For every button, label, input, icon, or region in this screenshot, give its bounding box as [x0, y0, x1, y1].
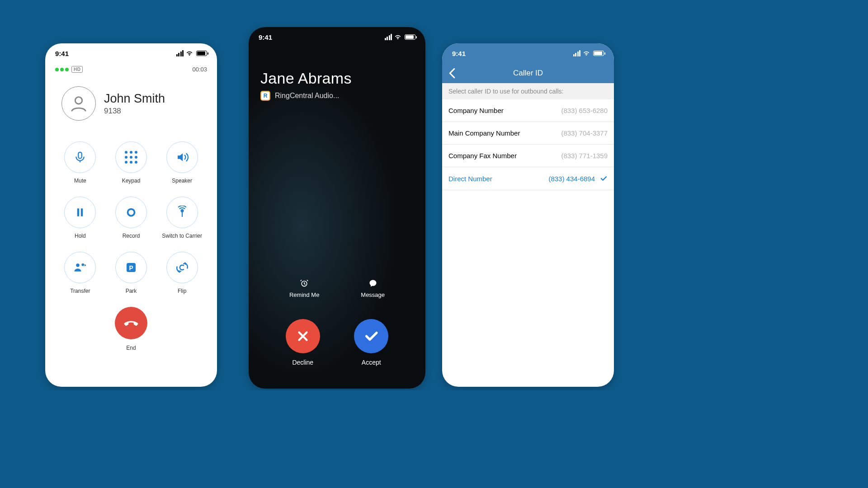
flip-icon — [166, 252, 198, 283]
remind-label: Remind Me — [289, 291, 319, 298]
remind-me-button[interactable]: Remind Me — [289, 279, 319, 298]
ringcentral-icon: R — [260, 91, 270, 101]
page-title: Caller ID — [513, 69, 543, 78]
hold-button[interactable]: Hold — [64, 197, 96, 239]
caller-id-number: (833) 704-3377 — [561, 129, 608, 137]
phone-caller-id: 9:41 Caller ID Select caller ID to use f… — [442, 43, 614, 387]
message-label: Message — [361, 291, 385, 298]
status-time: 9:41 — [259, 33, 272, 41]
park-label: Park — [126, 288, 137, 294]
call-status-row: HD 00:03 — [45, 63, 217, 73]
svg-rect-3 — [81, 208, 83, 216]
wifi-icon — [185, 50, 193, 56]
flip-button[interactable]: Flip — [166, 252, 198, 294]
caller-id-item[interactable]: Main Company Number(833) 704-3377 — [442, 122, 614, 145]
caller-id-number: (833) 434-6894 — [548, 175, 595, 183]
caller-id-item[interactable]: Company Number(833) 653-6280 — [442, 99, 614, 122]
speaker-label: Speaker — [172, 178, 192, 184]
speaker-icon — [166, 141, 198, 173]
pause-icon — [64, 197, 96, 228]
record-button[interactable]: Record — [115, 197, 147, 239]
keypad-button[interactable]: Keypad — [115, 141, 147, 184]
accept-button[interactable]: Accept — [354, 319, 388, 366]
caller-id-item[interactable]: Direct Number(833) 434-6894 — [442, 167, 614, 190]
battery-icon — [593, 51, 604, 56]
antenna-icon — [166, 197, 198, 228]
keypad-label: Keypad — [122, 178, 141, 184]
back-button[interactable] — [448, 68, 456, 79]
keypad-icon — [115, 141, 147, 173]
svg-rect-1 — [79, 152, 82, 159]
chevron-left-icon — [448, 68, 456, 79]
caller-id-label: Company Fax Number — [448, 152, 517, 160]
end-call-button[interactable] — [115, 307, 147, 339]
svg-point-0 — [75, 97, 82, 104]
phone-active-call: 9:41 HD 00:03 John Smith 9138 — [45, 43, 217, 387]
incoming-subtitle-row: R RingCentral Audio... — [249, 89, 425, 103]
status-time: 9:41 — [55, 50, 69, 57]
caller-id-number: (833) 771-1359 — [561, 152, 608, 160]
caller-extension: 9138 — [104, 107, 165, 116]
wifi-icon — [582, 50, 590, 56]
switch-label: Switch to Carrier — [162, 233, 202, 239]
transfer-button[interactable]: Transfer — [64, 252, 96, 294]
svg-point-5 — [181, 210, 183, 212]
status-bar: 9:41 — [249, 27, 425, 47]
flip-label: Flip — [178, 288, 186, 294]
status-bar: 9:41 — [45, 43, 217, 63]
status-bar: 9:41 — [442, 43, 614, 63]
park-button[interactable]: P Park — [115, 252, 147, 294]
hangup-icon — [123, 315, 139, 331]
check-icon — [354, 319, 388, 353]
status-time: 9:41 — [452, 50, 466, 57]
caller-id-label: Company Number — [448, 107, 504, 114]
accept-label: Accept — [362, 359, 381, 366]
signal-icon — [176, 50, 184, 56]
hd-badge: HD — [71, 66, 83, 73]
park-icon: P — [115, 252, 147, 283]
incoming-subtitle: RingCentral Audio... — [275, 92, 339, 100]
record-label: Record — [123, 233, 140, 239]
message-button[interactable]: Message — [361, 279, 385, 298]
switch-carrier-button[interactable]: Switch to Carrier — [162, 197, 202, 239]
end-label: End — [126, 345, 136, 351]
transfer-icon — [64, 252, 96, 283]
call-duration: 00:03 — [192, 66, 207, 73]
transfer-label: Transfer — [70, 288, 90, 294]
mute-label: Mute — [74, 178, 86, 184]
avatar-icon — [61, 86, 96, 121]
caller-id-number: (833) 653-6280 — [561, 107, 608, 114]
signal-dots-icon — [55, 68, 69, 71]
svg-point-6 — [76, 263, 80, 267]
decline-button[interactable]: Decline — [286, 319, 320, 366]
status-indicators — [176, 50, 208, 56]
record-icon — [115, 197, 147, 228]
svg-point-4 — [127, 209, 134, 216]
svg-point-7 — [82, 263, 85, 266]
svg-rect-2 — [77, 208, 79, 216]
caller-id-label: Main Company Number — [448, 129, 520, 137]
incoming-caller-name: Jane Abrams — [249, 47, 425, 89]
caller-id-label: Direct Number — [448, 175, 492, 183]
caller-info: John Smith 9138 — [45, 73, 217, 125]
caller-id-item[interactable]: Company Fax Number(833) 771-1359 — [442, 145, 614, 167]
mute-button[interactable]: Mute — [64, 141, 96, 184]
instruction-text: Select caller ID to use for outbound cal… — [442, 83, 614, 99]
wifi-icon — [394, 34, 402, 40]
message-icon — [368, 279, 377, 288]
caller-id-list: Company Number(833) 653-6280Main Company… — [442, 99, 614, 190]
status-indicators — [385, 34, 416, 40]
speaker-button[interactable]: Speaker — [166, 141, 198, 184]
caller-name: John Smith — [104, 92, 165, 106]
hold-label: Hold — [75, 233, 86, 239]
phone-incoming-call: 9:41 Jane Abrams R RingCentral Audio... … — [249, 27, 425, 389]
status-indicators — [573, 50, 604, 56]
alarm-icon — [300, 279, 309, 288]
check-icon — [599, 174, 608, 183]
signal-icon — [573, 50, 581, 56]
signal-icon — [385, 34, 392, 40]
nav-bar: Caller ID — [442, 63, 614, 83]
battery-icon — [405, 34, 415, 40]
decline-label: Decline — [292, 359, 313, 366]
call-controls-grid: Mute Keypad Speaker Hold Record — [45, 125, 217, 294]
